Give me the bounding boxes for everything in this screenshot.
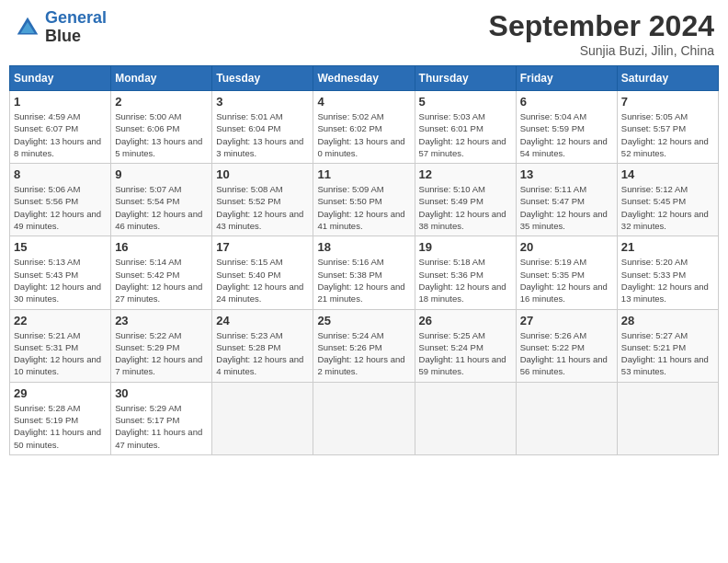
day-info: Sunrise: 5:05 AMSunset: 5:57 PMDaylight:… [621, 110, 714, 159]
table-row: 26Sunrise: 5:25 AMSunset: 5:24 PMDayligh… [415, 309, 516, 382]
day-info: Sunrise: 5:04 AMSunset: 5:59 PMDaylight:… [520, 110, 613, 159]
table-row: 18Sunrise: 5:16 AMSunset: 5:38 PMDayligh… [313, 236, 415, 309]
weekday-header-friday: Friday [516, 66, 617, 91]
month-title: September 2024 [489, 9, 714, 43]
table-row: 13Sunrise: 5:11 AMSunset: 5:47 PMDayligh… [516, 164, 617, 236]
logo-icon [14, 14, 41, 41]
day-number: 6 [520, 95, 613, 109]
page-header: General Blue September 2024 Sunjia Buzi,… [9, 9, 719, 58]
day-number: 15 [14, 240, 107, 254]
table-row: 1Sunrise: 4:59 AMSunset: 6:07 PMDaylight… [10, 91, 111, 164]
day-number: 27 [520, 314, 613, 327]
table-row: 8Sunrise: 5:06 AMSunset: 5:56 PMDaylight… [10, 164, 111, 236]
table-row: 10Sunrise: 5:08 AMSunset: 5:52 PMDayligh… [212, 164, 313, 236]
day-number: 17 [216, 240, 309, 254]
title-block: September 2024 Sunjia Buzi, Jilin, China [489, 9, 714, 58]
day-number: 3 [216, 95, 309, 109]
day-number: 8 [14, 167, 107, 181]
day-info: Sunrise: 5:24 AMSunset: 5:26 PMDaylight:… [317, 329, 410, 378]
day-number: 29 [14, 386, 107, 400]
day-number: 1 [14, 95, 107, 109]
day-number: 16 [115, 240, 208, 254]
day-number: 10 [216, 167, 309, 181]
table-row [313, 382, 415, 454]
table-row: 5Sunrise: 5:03 AMSunset: 6:01 PMDaylight… [415, 91, 516, 164]
day-info: Sunrise: 5:01 AMSunset: 6:04 PMDaylight:… [216, 110, 309, 159]
day-info: Sunrise: 5:15 AMSunset: 5:40 PMDaylight:… [216, 256, 309, 304]
day-info: Sunrise: 5:22 AMSunset: 5:29 PMDaylight:… [115, 329, 208, 378]
table-row: 20Sunrise: 5:19 AMSunset: 5:35 PMDayligh… [516, 236, 617, 309]
day-info: Sunrise: 5:29 AMSunset: 5:17 PMDaylight:… [115, 402, 208, 451]
day-number: 9 [115, 167, 208, 181]
calendar: SundayMondayTuesdayWednesdayThursdayFrid… [9, 65, 719, 455]
weekday-header-saturday: Saturday [617, 66, 718, 91]
day-number: 25 [317, 314, 410, 327]
day-info: Sunrise: 5:06 AMSunset: 5:56 PMDaylight:… [14, 183, 107, 232]
day-number: 20 [520, 240, 613, 254]
table-row [415, 382, 516, 454]
table-row: 29Sunrise: 5:28 AMSunset: 5:19 PMDayligh… [10, 382, 111, 454]
table-row: 11Sunrise: 5:09 AMSunset: 5:50 PMDayligh… [313, 164, 415, 236]
logo-text: General Blue [45, 9, 107, 46]
day-number: 23 [115, 314, 208, 327]
table-row: 12Sunrise: 5:10 AMSunset: 5:49 PMDayligh… [415, 164, 516, 236]
day-number: 11 [317, 167, 410, 181]
day-info: Sunrise: 5:08 AMSunset: 5:52 PMDaylight:… [216, 183, 309, 232]
day-info: Sunrise: 5:25 AMSunset: 5:24 PMDaylight:… [419, 329, 512, 378]
table-row: 4Sunrise: 5:02 AMSunset: 6:02 PMDaylight… [313, 91, 415, 164]
day-info: Sunrise: 5:18 AMSunset: 5:36 PMDaylight:… [419, 256, 512, 304]
day-number: 24 [216, 314, 309, 327]
day-info: Sunrise: 5:03 AMSunset: 6:01 PMDaylight:… [419, 110, 512, 159]
table-row: 27Sunrise: 5:26 AMSunset: 5:22 PMDayligh… [516, 309, 617, 382]
table-row: 16Sunrise: 5:14 AMSunset: 5:42 PMDayligh… [111, 236, 212, 309]
day-number: 5 [419, 95, 512, 109]
table-row: 15Sunrise: 5:13 AMSunset: 5:43 PMDayligh… [10, 236, 111, 309]
day-info: Sunrise: 5:11 AMSunset: 5:47 PMDaylight:… [520, 183, 613, 232]
day-info: Sunrise: 5:09 AMSunset: 5:50 PMDaylight:… [317, 183, 410, 232]
day-info: Sunrise: 5:26 AMSunset: 5:22 PMDaylight:… [520, 329, 613, 378]
table-row: 3Sunrise: 5:01 AMSunset: 6:04 PMDaylight… [212, 91, 313, 164]
table-row: 25Sunrise: 5:24 AMSunset: 5:26 PMDayligh… [313, 309, 415, 382]
day-info: Sunrise: 5:10 AMSunset: 5:49 PMDaylight:… [419, 183, 512, 232]
table-row: 7Sunrise: 5:05 AMSunset: 5:57 PMDaylight… [617, 91, 718, 164]
weekday-header-wednesday: Wednesday [313, 66, 415, 91]
table-row: 14Sunrise: 5:12 AMSunset: 5:45 PMDayligh… [617, 164, 718, 236]
day-number: 13 [520, 167, 613, 181]
day-info: Sunrise: 5:13 AMSunset: 5:43 PMDaylight:… [14, 256, 107, 304]
day-number: 7 [621, 95, 714, 109]
weekday-header-sunday: Sunday [10, 66, 111, 91]
day-number: 28 [621, 314, 714, 327]
table-row: 19Sunrise: 5:18 AMSunset: 5:36 PMDayligh… [415, 236, 516, 309]
table-row [212, 382, 313, 454]
weekday-header-monday: Monday [111, 66, 212, 91]
table-row: 28Sunrise: 5:27 AMSunset: 5:21 PMDayligh… [617, 309, 718, 382]
table-row: 17Sunrise: 5:15 AMSunset: 5:40 PMDayligh… [212, 236, 313, 309]
table-row: 6Sunrise: 5:04 AMSunset: 5:59 PMDaylight… [516, 91, 617, 164]
day-info: Sunrise: 5:19 AMSunset: 5:35 PMDaylight:… [520, 256, 613, 304]
logo: General Blue [14, 9, 107, 46]
table-row: 22Sunrise: 5:21 AMSunset: 5:31 PMDayligh… [10, 309, 111, 382]
table-row: 21Sunrise: 5:20 AMSunset: 5:33 PMDayligh… [617, 236, 718, 309]
weekday-header-tuesday: Tuesday [212, 66, 313, 91]
day-number: 19 [419, 240, 512, 254]
day-number: 4 [317, 95, 410, 109]
day-info: Sunrise: 5:12 AMSunset: 5:45 PMDaylight:… [621, 183, 714, 232]
table-row: 24Sunrise: 5:23 AMSunset: 5:28 PMDayligh… [212, 309, 313, 382]
day-number: 22 [14, 314, 107, 327]
day-number: 18 [317, 240, 410, 254]
table-row: 23Sunrise: 5:22 AMSunset: 5:29 PMDayligh… [111, 309, 212, 382]
day-info: Sunrise: 5:23 AMSunset: 5:28 PMDaylight:… [216, 329, 309, 378]
weekday-header-thursday: Thursday [415, 66, 516, 91]
day-info: Sunrise: 5:20 AMSunset: 5:33 PMDaylight:… [621, 256, 714, 304]
day-info: Sunrise: 5:02 AMSunset: 6:02 PMDaylight:… [317, 110, 410, 159]
table-row: 30Sunrise: 5:29 AMSunset: 5:17 PMDayligh… [111, 382, 212, 454]
day-number: 14 [621, 167, 714, 181]
day-info: Sunrise: 5:28 AMSunset: 5:19 PMDaylight:… [14, 402, 107, 451]
day-number: 26 [419, 314, 512, 327]
day-number: 2 [115, 95, 208, 109]
day-info: Sunrise: 5:14 AMSunset: 5:42 PMDaylight:… [115, 256, 208, 304]
day-number: 30 [115, 386, 208, 400]
day-info: Sunrise: 5:07 AMSunset: 5:54 PMDaylight:… [115, 183, 208, 232]
table-row [516, 382, 617, 454]
table-row [617, 382, 718, 454]
